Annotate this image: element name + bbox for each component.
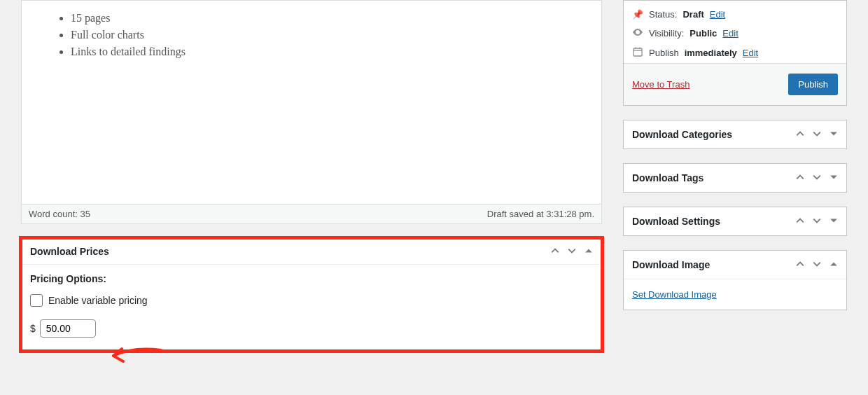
publish-schedule-value: immediately	[685, 48, 737, 58]
move-up-icon[interactable]	[796, 173, 804, 183]
edit-status-link[interactable]: Edit	[710, 9, 725, 20]
download-categories-panel[interactable]: Download Categories	[623, 120, 847, 149]
editor-status-bar: Word count: 35 Draft saved at 3:31:28 pm…	[21, 204, 602, 224]
publish-box: 📌 Status: Draft Edit Visibility: Public …	[623, 0, 847, 106]
download-prices-box: Download Prices Pricing Options: Enable …	[21, 238, 602, 351]
set-download-image-link[interactable]: Set Download Image	[632, 289, 717, 300]
pin-icon: 📌	[632, 9, 643, 20]
editor-content[interactable]: 15 pages Full color charts Links to deta…	[22, 1, 601, 204]
download-image-panel: Download Image Set Download Image	[623, 250, 847, 310]
currency-symbol: $	[30, 323, 36, 334]
status-value: Draft	[682, 9, 704, 20]
download-tags-title: Download Tags	[632, 172, 704, 183]
move-to-trash-link[interactable]: Move to Trash	[632, 79, 690, 90]
calendar-icon	[632, 47, 643, 59]
list-item: Full color charts	[71, 29, 594, 41]
word-count: Word count: 35	[29, 209, 90, 219]
move-up-icon[interactable]	[551, 247, 559, 257]
move-down-icon[interactable]	[813, 260, 821, 270]
variable-pricing-checkbox[interactable]	[30, 294, 43, 307]
price-input[interactable]	[40, 319, 96, 338]
download-categories-title: Download Categories	[632, 129, 732, 140]
download-tags-panel[interactable]: Download Tags	[623, 163, 847, 193]
variable-pricing-label: Enable variable pricing	[48, 295, 148, 306]
pricing-options-label: Pricing Options:	[30, 273, 593, 284]
download-settings-panel[interactable]: Download Settings	[623, 207, 847, 236]
toggle-icon[interactable]	[830, 130, 838, 140]
download-image-title: Download Image	[632, 259, 710, 270]
list-item: 15 pages	[71, 12, 594, 25]
download-settings-title: Download Settings	[632, 216, 720, 227]
list-item: Links to detailed findings	[71, 46, 594, 58]
toggle-icon[interactable]	[830, 216, 838, 227]
publish-schedule-label: Publish	[649, 48, 679, 58]
toggle-icon[interactable]	[584, 247, 593, 257]
move-down-icon[interactable]	[813, 173, 821, 183]
move-down-icon[interactable]	[813, 130, 821, 140]
move-down-icon[interactable]	[568, 247, 576, 257]
edit-schedule-link[interactable]: Edit	[743, 48, 758, 58]
visibility-label: Visibility:	[649, 28, 684, 39]
move-down-icon[interactable]	[813, 216, 821, 227]
status-label: Status:	[649, 9, 677, 20]
eye-icon	[632, 28, 643, 39]
visibility-value: Public	[690, 28, 717, 39]
toggle-icon[interactable]	[830, 173, 838, 183]
editor-content-box: 15 pages Full color charts Links to deta…	[21, 0, 602, 204]
move-up-icon[interactable]	[796, 130, 804, 140]
draft-saved-text: Draft saved at 3:31:28 pm.	[487, 209, 594, 219]
variable-pricing-row[interactable]: Enable variable pricing	[30, 294, 593, 307]
move-up-icon[interactable]	[796, 260, 804, 270]
download-prices-title: Download Prices	[30, 246, 109, 257]
edit-visibility-link[interactable]: Edit	[722, 28, 738, 39]
publish-button[interactable]: Publish	[788, 74, 838, 95]
svg-rect-0	[634, 48, 642, 56]
toggle-icon[interactable]	[830, 260, 838, 270]
move-up-icon[interactable]	[796, 216, 804, 227]
